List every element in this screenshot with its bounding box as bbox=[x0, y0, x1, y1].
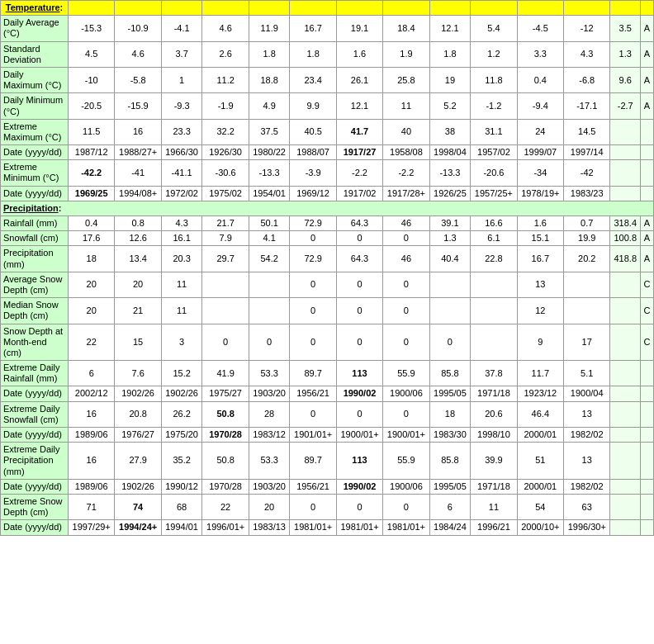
data-cell: 41.9 bbox=[202, 361, 249, 386]
row-label: Extreme Daily Rainfall (mm) bbox=[1, 361, 69, 386]
data-cell: -17.1 bbox=[564, 93, 610, 119]
data-cell: 1978/19+ bbox=[517, 186, 563, 201]
data-cell: 1.8 bbox=[429, 41, 471, 67]
data-cell: 1997/14 bbox=[564, 145, 610, 160]
data-cell: 1 bbox=[161, 67, 202, 92]
data-cell: 0 bbox=[336, 231, 382, 246]
data-cell: -13.3 bbox=[429, 160, 471, 186]
data-cell: -15.9 bbox=[115, 93, 161, 119]
data-cell: 5.4 bbox=[471, 16, 517, 41]
data-cell: 0 bbox=[290, 298, 336, 324]
data-cell: 20 bbox=[69, 298, 115, 324]
data-cell: 89.7 bbox=[290, 361, 336, 386]
col-year bbox=[610, 1, 641, 16]
data-cell bbox=[249, 272, 290, 297]
table-row: Daily Minimum (°C)-20.5-15.9-9.3-1.94.99… bbox=[1, 93, 654, 119]
data-cell: 24 bbox=[517, 119, 563, 144]
data-cell: 6 bbox=[429, 494, 471, 519]
data-cell: 23.4 bbox=[290, 67, 336, 92]
data-cell: -2.2 bbox=[336, 160, 382, 186]
data-cell: 0.4 bbox=[69, 216, 115, 231]
col-oct bbox=[471, 1, 517, 16]
row-label: Date (yyyy/dd) bbox=[1, 520, 69, 535]
data-cell: A bbox=[641, 16, 654, 41]
section-header: Precipitation: bbox=[1, 201, 654, 215]
data-cell: 1994/01 bbox=[161, 520, 202, 535]
data-cell: 17.6 bbox=[69, 231, 115, 246]
data-cell: 11 bbox=[471, 494, 517, 519]
data-cell: 0 bbox=[336, 401, 382, 427]
data-cell: 16 bbox=[69, 443, 115, 480]
data-cell: 54.2 bbox=[249, 246, 290, 272]
data-cell: 1970/28 bbox=[202, 479, 249, 494]
data-cell bbox=[610, 160, 641, 186]
data-cell: 1926/25 bbox=[429, 186, 471, 201]
data-cell bbox=[610, 386, 641, 401]
data-cell: 16 bbox=[115, 119, 161, 144]
table-row: Precipitation (mm)1813.420.329.754.272.9… bbox=[1, 246, 654, 272]
data-cell: 23.3 bbox=[161, 119, 202, 144]
data-cell: 31.1 bbox=[471, 119, 517, 144]
col-dec bbox=[564, 1, 610, 16]
data-cell: 11.7 bbox=[517, 361, 563, 386]
data-cell: 20.3 bbox=[161, 246, 202, 272]
data-cell: -4.5 bbox=[517, 16, 563, 41]
table-row: Snow Depth at Month-end (cm)221530000009… bbox=[1, 324, 654, 361]
table-row: Precipitation: bbox=[1, 201, 654, 215]
data-cell: 1957/02 bbox=[471, 145, 517, 160]
row-label: Extreme Snow Depth (cm) bbox=[1, 494, 69, 519]
data-cell bbox=[610, 272, 641, 297]
data-cell: 26.2 bbox=[161, 401, 202, 427]
data-cell: 15 bbox=[115, 324, 161, 361]
data-cell: 26.1 bbox=[336, 67, 382, 92]
data-cell: 85.8 bbox=[429, 443, 471, 480]
data-cell: 4.1 bbox=[249, 231, 290, 246]
data-cell: 55.9 bbox=[383, 443, 429, 480]
col-jun bbox=[290, 1, 336, 16]
data-cell: 2000/01 bbox=[517, 479, 563, 494]
data-cell: 68 bbox=[161, 494, 202, 519]
data-cell: 11.9 bbox=[249, 16, 290, 41]
table-row: Date (yyyy/dd)1997/29+1994/24+1994/01199… bbox=[1, 520, 654, 535]
data-cell: 20 bbox=[115, 272, 161, 297]
data-cell: 1988/27+ bbox=[115, 145, 161, 160]
data-cell: 0 bbox=[383, 272, 429, 297]
data-cell: A bbox=[641, 93, 654, 119]
table-row: Rainfall (mm)0.40.84.321.750.172.964.346… bbox=[1, 216, 654, 231]
data-cell: 1971/18 bbox=[471, 479, 517, 494]
data-cell bbox=[429, 298, 471, 324]
data-cell: 20.2 bbox=[564, 246, 610, 272]
data-cell: 1982/02 bbox=[564, 479, 610, 494]
data-cell: 12.6 bbox=[115, 231, 161, 246]
data-cell bbox=[641, 494, 654, 519]
data-cell bbox=[610, 494, 641, 519]
data-cell: 1994/24+ bbox=[115, 520, 161, 535]
col-mar bbox=[161, 1, 202, 16]
data-cell: 0 bbox=[383, 231, 429, 246]
data-cell: -13.3 bbox=[249, 160, 290, 186]
data-cell: -12 bbox=[564, 16, 610, 41]
data-cell bbox=[610, 298, 641, 324]
data-cell: 4.6 bbox=[115, 41, 161, 67]
data-cell: -34 bbox=[517, 160, 563, 186]
data-cell: C bbox=[641, 272, 654, 297]
data-cell: 1966/30 bbox=[161, 145, 202, 160]
data-cell: -9.3 bbox=[161, 93, 202, 119]
data-cell: 35.2 bbox=[161, 443, 202, 480]
table-row: Date (yyyy/dd)1989/061976/271975/201970/… bbox=[1, 428, 654, 443]
data-cell: 6 bbox=[69, 361, 115, 386]
data-cell: 1902/26 bbox=[161, 386, 202, 401]
row-label: Snow Depth at Month-end (cm) bbox=[1, 324, 69, 361]
climate-table: Temperature: Daily Average (°C)-15.3-10.… bbox=[0, 0, 654, 536]
data-cell: 25.8 bbox=[383, 67, 429, 92]
data-cell: 1.6 bbox=[336, 41, 382, 67]
col-jul bbox=[336, 1, 382, 16]
data-cell: 1917/28+ bbox=[383, 186, 429, 201]
data-cell bbox=[641, 361, 654, 386]
data-cell: 64.3 bbox=[336, 246, 382, 272]
data-cell: 2000/01 bbox=[517, 428, 563, 443]
data-cell: 20.8 bbox=[115, 401, 161, 427]
row-label: Date (yyyy/dd) bbox=[1, 145, 69, 160]
data-cell bbox=[610, 428, 641, 443]
data-cell bbox=[610, 145, 641, 160]
